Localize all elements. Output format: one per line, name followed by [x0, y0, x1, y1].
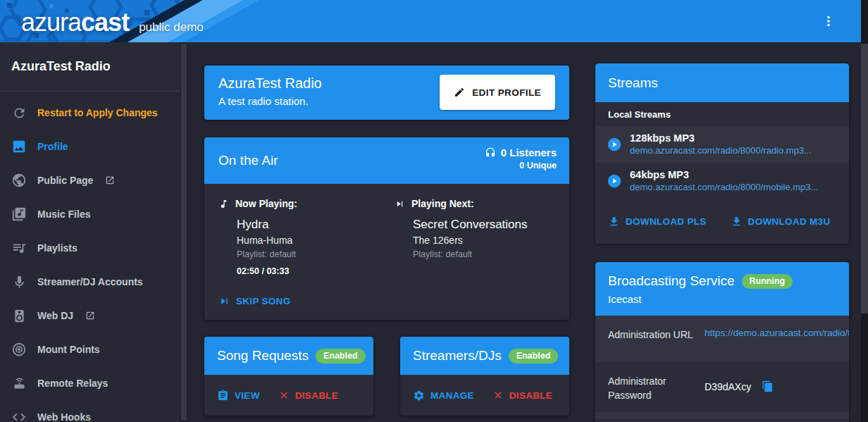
- station-sidebar: AzuraTest Radio Restart to Apply Changes…: [0, 42, 180, 422]
- now-playing-artist: Huma-Huma: [237, 235, 297, 246]
- router-icon: [11, 376, 27, 391]
- disable-streamers-button[interactable]: DISABLE: [492, 390, 552, 401]
- manage-streamers-button[interactable]: MANAGE: [413, 390, 474, 402]
- stream-name: 64kbps MP3: [630, 169, 818, 180]
- listener-stats: 0 Listeners 0 Unique: [485, 147, 557, 170]
- download-pls-label: DOWNLOAD PLS: [626, 216, 707, 227]
- sidebar-item-restart[interactable]: Restart to Apply Changes: [0, 96, 180, 130]
- broadcast-icon: [11, 342, 27, 357]
- sidebar-item-label: Remote Relays: [37, 378, 108, 389]
- disable-label: DISABLE: [509, 390, 552, 401]
- stream-url-link[interactable]: demo.azuracast.com/radio/8000/mobile.mp3…: [630, 182, 818, 192]
- disable-requests-button[interactable]: DISABLE: [278, 390, 338, 401]
- download-m3u-label: DOWNLOAD M3U: [748, 216, 831, 227]
- image-icon: [11, 139, 27, 154]
- environment-label: public demo: [139, 20, 204, 35]
- play-circle-icon[interactable]: [607, 137, 622, 152]
- gear-icon: [413, 390, 425, 402]
- view-requests-button[interactable]: VIEW: [217, 390, 260, 402]
- disable-label: DISABLE: [295, 390, 338, 401]
- sidebar-item-mount-points[interactable]: Mount Points: [0, 333, 180, 366]
- main-content: AzuraTest Radio A test radio station. ED…: [187, 42, 861, 422]
- stream-row: 128kbps MP3 demo.azuracast.com/radio/800…: [595, 126, 849, 163]
- streams-title: Streams: [608, 75, 658, 91]
- external-link-icon: [85, 311, 95, 321]
- on-air-title: On the Air: [218, 153, 278, 168]
- sidebar-item-label: Restart to Apply Changes: [37, 107, 158, 118]
- station-nav: Restart to Apply Changes Profile Public …: [0, 92, 180, 422]
- sidebar-item-label: Playlists: [37, 242, 78, 254]
- station-profile-card: AzuraTest Radio A test radio station. ED…: [204, 66, 569, 120]
- logo-text-cast: cast: [81, 8, 129, 37]
- kebab-menu-icon: [821, 13, 836, 29]
- sidebar-item-label: Mount Points: [37, 344, 100, 355]
- code-icon: [11, 409, 27, 422]
- sidebar-item-web-hooks[interactable]: Web Hooks: [0, 400, 180, 422]
- admin-url-link[interactable]: https://demo.azuracast.com/radio/8: [705, 328, 849, 338]
- music-note-icon: [218, 199, 229, 209]
- skip-next-icon: [218, 295, 230, 307]
- stream-row: 64kbps MP3 demo.azuracast.com/radio/8000…: [595, 163, 849, 199]
- sidebar-item-web-dj[interactable]: Web DJ: [0, 299, 180, 333]
- streams-card: Streams Local Streams 128kbps MP3 demo.a…: [595, 63, 849, 244]
- enabled-badge: Enabled: [509, 349, 559, 364]
- sidebar-item-music-files[interactable]: Music Files: [0, 197, 180, 231]
- now-playing-label: Now Playing:: [235, 198, 297, 209]
- pencil-icon: [454, 87, 465, 98]
- now-playing-block: Now Playing: Hydra Huma-Huma Playlist: d…: [218, 198, 297, 276]
- headphones-icon: [485, 147, 496, 159]
- header-menu-button[interactable]: [819, 11, 838, 31]
- sidebar-item-label: Public Page: [37, 175, 93, 186]
- broadcasting-service-card: Broadcasting Service Running Icecast Adm…: [595, 262, 849, 422]
- copy-icon: [762, 380, 774, 392]
- page-scrollbar-thumb[interactable]: [861, 44, 868, 314]
- next-playlist: Playlist: default: [413, 249, 528, 259]
- app-logo[interactable]: azuracast public demo: [21, 0, 204, 42]
- play-circle-icon[interactable]: [607, 173, 622, 189]
- local-streams-label: Local Streams: [595, 102, 849, 126]
- stream-url-link[interactable]: demo.azuracast.com/radio/8000/radio.mp3.…: [630, 145, 812, 156]
- copy-password-button[interactable]: [762, 380, 774, 392]
- admin-password-value: D39dAXcy: [705, 381, 751, 392]
- on-the-air-card: On the Air 0 Listeners 0 Unique: [204, 137, 569, 320]
- external-link-icon: [105, 175, 115, 185]
- download-icon: [731, 216, 743, 228]
- microphone-icon: [11, 274, 27, 290]
- sidebar-item-remote-relays[interactable]: Remote Relays: [0, 366, 180, 400]
- view-label: VIEW: [235, 390, 260, 401]
- sidebar-item-label: Web DJ: [37, 310, 73, 321]
- sidebar-item-streamer-accounts[interactable]: Streamer/DJ Accounts: [0, 265, 180, 299]
- azuracast-app: azuracast public demo AzuraTest Radio Re…: [0, 0, 868, 422]
- next-row-sliver: [595, 412, 849, 419]
- streamers-title: Streamers/DJs: [413, 348, 502, 364]
- globe-icon: [11, 173, 27, 188]
- edit-profile-label: EDIT PROFILE: [472, 87, 541, 98]
- sidebar-item-label: Streamer/DJ Accounts: [37, 276, 143, 287]
- stream-name: 128kbps MP3: [630, 132, 812, 144]
- song-requests-title: Song Requests: [217, 348, 309, 364]
- unique-listeners-count: 0 Unique: [485, 161, 557, 170]
- close-icon: [278, 390, 290, 401]
- app-header: azuracast public demo: [0, 0, 861, 42]
- enabled-badge: Enabled: [316, 349, 366, 364]
- now-playing-playlist: Playlist: default: [237, 249, 297, 259]
- skip-song-label: SKIP SONG: [236, 296, 290, 306]
- skip-song-button[interactable]: SKIP SONG: [218, 295, 290, 307]
- speaker-icon: [11, 308, 27, 323]
- restart-icon: [11, 105, 27, 120]
- clipboard-icon: [217, 390, 229, 402]
- sidebar-scrollbar: [180, 42, 187, 422]
- station-name: AzuraTest Radio: [0, 42, 180, 92]
- edit-profile-button[interactable]: EDIT PROFILE: [440, 75, 555, 110]
- download-pls-button[interactable]: DOWNLOAD PLS: [608, 216, 707, 228]
- sidebar-item-public-page[interactable]: Public Page: [0, 163, 180, 197]
- sidebar-scrollbar-thumb[interactable]: [181, 44, 187, 421]
- admin-url-label: Administration URL: [608, 325, 705, 342]
- sidebar-item-playlists[interactable]: Playlists: [0, 231, 180, 265]
- logo-text-azura: azura: [21, 8, 81, 37]
- download-m3u-button[interactable]: DOWNLOAD M3U: [731, 216, 831, 228]
- sidebar-item-profile[interactable]: Profile: [0, 130, 180, 163]
- playing-next-label: Playing Next:: [411, 198, 474, 209]
- close-icon: [492, 390, 504, 401]
- sidebar-item-label: Profile: [37, 141, 68, 152]
